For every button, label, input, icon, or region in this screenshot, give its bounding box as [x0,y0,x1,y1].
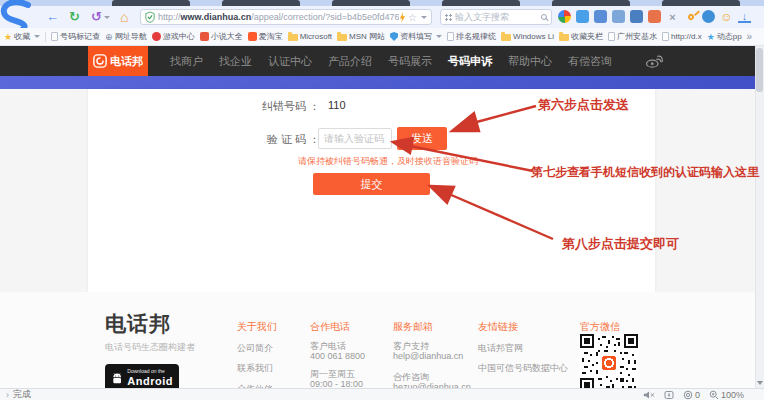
bookmark-folder[interactable]: Windows Li [501,32,554,41]
shield-icon [390,32,398,41]
bookmark-item[interactable]: 网址导航 [105,31,147,42]
footer-col-links-title: 友情链接 [478,320,518,334]
bookmark-item[interactable]: 小说大全 [200,31,243,42]
bookmark-star-icon[interactable] [408,12,417,23]
chevron-down-icon[interactable] [421,16,427,19]
url-text[interactable]: http://www.dianhua.cn/appeal/correction/… [158,12,399,22]
bookmark-item[interactable]: 动态pp [707,31,742,42]
chevron-down-icon [34,35,40,38]
bookmark-label: 游戏中心 [163,31,195,42]
bookmark-item[interactable]: 广州安基水 [608,31,657,42]
nav-number-appeal-active[interactable]: 号码申诉 [448,54,492,69]
footer-link-official[interactable]: 电话邦官网 [478,342,523,355]
footer-col-about-title: 关于我们 [237,320,277,334]
annotation-step8: 第八步点击提交即可 [562,235,679,253]
bookmark-item[interactable]: 爱淘宝 [248,31,283,42]
bookmark-label: 动态pp [717,31,742,42]
nav-products[interactable]: 产品介绍 [328,54,372,69]
bookmark-label: 小说大全 [211,31,243,42]
status-bar: 完成 0 100% [0,388,764,400]
footer-link-company[interactable]: 公司简介 [237,342,273,355]
dianhuabang-logo-icon [93,54,107,68]
banner-strip [0,76,764,89]
history-back-button[interactable] [91,9,110,25]
footer-support-email[interactable]: help@dianhua.cn [393,351,463,361]
back-button[interactable] [46,9,59,25]
weibo-icon[interactable] [645,54,663,68]
search-input[interactable] [455,12,538,22]
submit-button[interactable]: 提交 [313,173,430,195]
password-key-icon[interactable] [684,10,697,23]
download-manager-icon[interactable] [738,10,751,23]
extension-icon[interactable] [630,10,643,23]
lightning-icon[interactable] [399,12,406,23]
bookmark-label: 收藏夹栏 [571,31,603,42]
bookmark-item[interactable]: 游戏中心 [152,31,195,42]
taobao-icon [248,32,257,41]
ad-blocker-counter[interactable]: 0 [683,390,700,400]
footer-col-wechat-title: 官方微信 [580,320,620,334]
extension-icon[interactable] [594,10,607,23]
badge-big-text: Android [127,375,173,387]
address-bar[interactable]: http://www.dianhua.cn/appeal/correction/… [140,9,432,25]
nav-number-display[interactable]: 号码展示 [388,54,432,69]
protection-icon[interactable] [664,390,674,400]
bookmark-item[interactable]: 排名规律统 [447,31,496,42]
extension-icon[interactable] [612,10,625,23]
android-robot-icon [111,372,123,385]
footer-link-contact[interactable]: 联系我们 [237,362,273,375]
game-center-icon [152,32,161,41]
bookmark-item[interactable]: http://d.x [662,32,702,41]
nav-help-center[interactable]: 帮助中心 [508,54,552,69]
extension-icon[interactable] [576,10,589,23]
chevron-down-icon[interactable] [104,16,110,19]
site-logo[interactable]: 电话邦 [88,46,148,76]
refresh-button[interactable] [69,9,80,25]
bookmarks-overflow-button[interactable] [746,31,752,42]
bookmark-label: 号码标记查 [60,31,100,42]
smiley-extension-icon[interactable] [720,10,733,23]
scrollbar-down-arrow[interactable] [757,381,763,385]
nav-paid-consulting[interactable]: 有偿咨询 [568,54,612,69]
bookmark-item[interactable]: 号码标记查 [51,31,100,42]
zoom-control[interactable]: 100% [709,390,744,400]
scrollbar-thumb[interactable] [756,48,763,92]
extension-icon[interactable] [702,10,715,23]
nav-enterprises[interactable]: 找企业 [219,54,252,69]
bookmark-folder[interactable]: 收藏夹栏 [559,31,603,42]
footer-tagline: 电话号码生态圈构建者 [105,341,195,354]
zoom-icon [709,390,719,400]
site-footer: 电话邦 电话号码生态圈构建者 Download on the Android 关… [0,292,764,388]
form-note: 请保持被纠错号码畅通，及时接收语音验证码 [238,155,538,168]
page-icon [608,32,615,41]
favorites-menu[interactable]: 收藏 [4,31,40,42]
annotation-step6: 第六步点击发送 [538,96,629,114]
url-prefix: http:// [158,12,181,22]
blocked-count: 0 [695,390,700,400]
search-engine-icon[interactable] [445,14,452,21]
send-button[interactable]: 发送 [397,127,447,150]
home-button[interactable] [120,9,128,25]
captcha-input[interactable] [318,128,392,149]
bookmark-item[interactable]: 资料填写 [390,31,442,42]
wechat-qr-code [580,334,638,388]
star-icon [4,32,12,42]
bookmark-folder[interactable]: MSN 网站 [337,31,385,42]
nav-merchants[interactable]: 找商户 [170,54,203,69]
mute-icon[interactable] [643,390,655,400]
folder-icon [501,34,511,41]
search-icon[interactable] [541,14,547,20]
search-box[interactable] [440,9,552,25]
page-icon [51,32,58,41]
footer-link-data-center[interactable]: 中国可信号码数据中心 [478,362,568,375]
clipper-extension-icon[interactable] [666,10,679,23]
site-brand-text: 电话邦 [110,54,143,69]
android-download-badge[interactable]: Download on the Android [105,364,179,388]
url-host: www.dianhua.cn [181,12,252,22]
bookmark-folder[interactable]: Microsoft [288,32,332,41]
extension-icon[interactable] [648,10,661,23]
translate-extension-icon[interactable] [558,10,571,23]
nav-certification-center[interactable]: 认证中心 [268,54,312,69]
bookmarks-bar: 收藏 号码标记查 网址导航 游戏中心 小说大全 爱淘宝 Microsoft MS… [0,28,764,46]
vertical-scrollbar[interactable] [755,46,764,388]
